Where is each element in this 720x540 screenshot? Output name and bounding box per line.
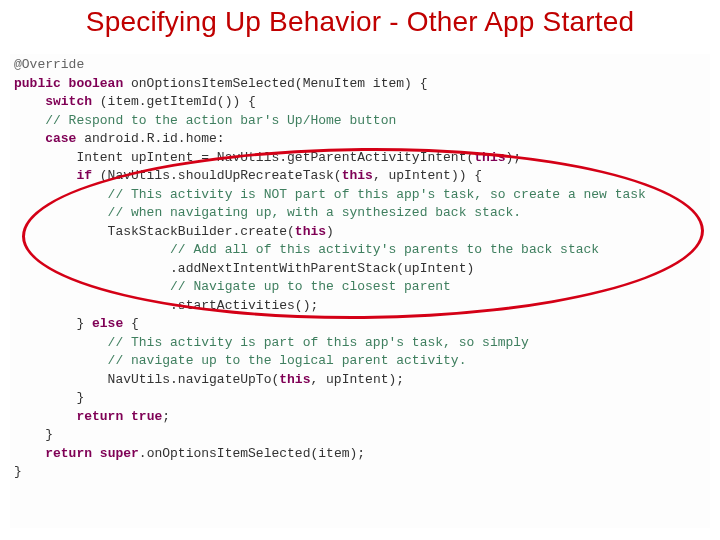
- code: ;: [162, 409, 170, 424]
- comment: // This activity is part of this app's t…: [14, 335, 529, 350]
- code: }: [14, 390, 84, 405]
- code: .addNextIntentWithParentStack(upIntent): [14, 261, 474, 276]
- code: }: [14, 427, 53, 442]
- code: }: [14, 464, 22, 479]
- code: (NavUtils.shouldUpRecreateTask(: [92, 168, 342, 183]
- annotation: @Override: [14, 57, 84, 72]
- kw: case: [14, 131, 76, 146]
- code: Intent upIntent = NavUtils.getParentActi…: [14, 150, 474, 165]
- code: , upIntent)) {: [373, 168, 482, 183]
- code: NavUtils.navigateUpTo(: [14, 372, 279, 387]
- comment: // navigate up to the logical parent act…: [14, 353, 466, 368]
- kw: this: [295, 224, 326, 239]
- slide: Specifying Up Behavior - Other App Start…: [0, 0, 720, 540]
- code: android.R.id.home:: [76, 131, 224, 146]
- comment: // Respond to the action bar's Up/Home b…: [14, 113, 396, 128]
- comment: // Navigate up to the closest parent: [14, 279, 451, 294]
- code: , upIntent);: [310, 372, 404, 387]
- code: ): [326, 224, 334, 239]
- code: TaskStackBuilder.create(: [14, 224, 295, 239]
- kw: this: [342, 168, 373, 183]
- code: {: [123, 316, 139, 331]
- code: }: [14, 316, 92, 331]
- code: (item.getItemId()) {: [92, 94, 256, 109]
- kw: this: [474, 150, 505, 165]
- code-block: @Override public boolean onOptionsItemSe…: [10, 54, 710, 528]
- code: onOptionsItemSelected(MenuItem item) {: [123, 76, 427, 91]
- kw: public boolean: [14, 76, 123, 91]
- kw: this: [279, 372, 310, 387]
- code: .startActivities();: [14, 298, 318, 313]
- code: );: [506, 150, 522, 165]
- slide-title: Specifying Up Behavior - Other App Start…: [0, 6, 720, 38]
- code: .onOptionsItemSelected(item);: [139, 446, 365, 461]
- comment: // Add all of this activity's parents to…: [14, 242, 599, 257]
- kw: if: [14, 168, 92, 183]
- comment: // This activity is NOT part of this app…: [14, 187, 646, 202]
- kw: return: [14, 409, 131, 424]
- kw: switch: [14, 94, 92, 109]
- kw: return: [14, 446, 100, 461]
- kw: true: [131, 409, 162, 424]
- kw: else: [92, 316, 123, 331]
- comment: // when navigating up, with a synthesize…: [14, 205, 521, 220]
- kw: super: [100, 446, 139, 461]
